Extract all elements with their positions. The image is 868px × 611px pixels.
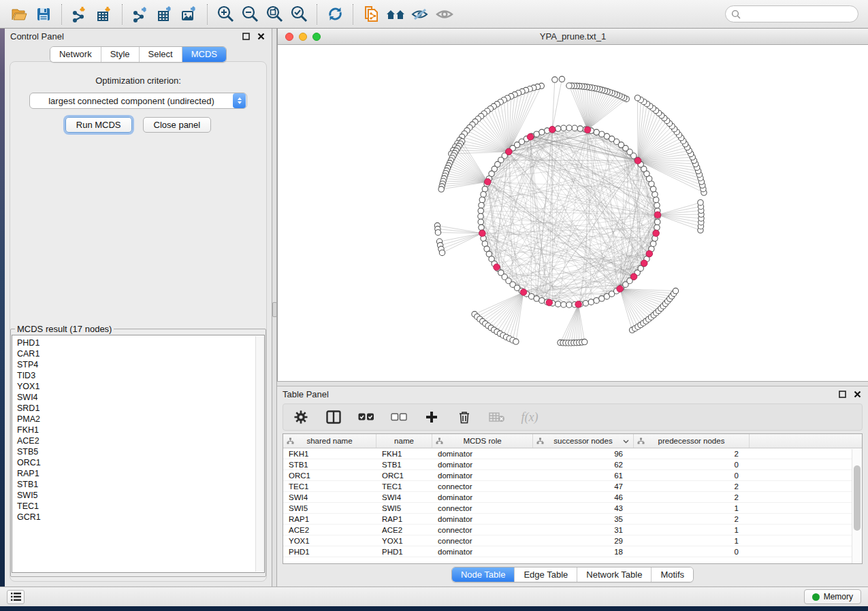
deselect-all-icon[interactable] <box>391 409 407 425</box>
zoom-out-icon[interactable] <box>240 4 260 24</box>
search-input[interactable] <box>744 7 858 21</box>
close-table-panel-icon[interactable] <box>852 389 863 400</box>
table-settings-gear-icon[interactable] <box>293 409 309 425</box>
table-scrollbar-thumb[interactable] <box>854 465 861 531</box>
minimize-window-icon[interactable] <box>299 33 307 41</box>
import-network-icon[interactable] <box>69 4 90 24</box>
save-session-icon[interactable] <box>33 4 54 24</box>
network-canvas[interactable] <box>278 45 868 381</box>
open-file-icon[interactable] <box>9 4 29 24</box>
mcds-result-item[interactable]: TEC1 <box>17 501 264 512</box>
close-panel-icon[interactable] <box>255 31 266 42</box>
zoom-selected-icon[interactable] <box>289 4 309 24</box>
zoom-in-icon[interactable] <box>215 4 236 24</box>
table-cell: 2 <box>634 450 750 458</box>
table-row[interactable]: RAP1RAP1dominator352 <box>283 514 862 525</box>
splitter-grip[interactable] <box>272 302 277 317</box>
mcds-result-item[interactable]: RAP1 <box>17 468 264 479</box>
first-neighbors-icon[interactable] <box>385 4 406 24</box>
function-builder-icon[interactable]: f(x) <box>521 409 538 425</box>
table-cell: ORC1 <box>283 472 376 480</box>
table-cell: 96 <box>533 450 634 458</box>
column-header-shared-name[interactable]: shared name <box>283 434 376 448</box>
network-window: YPA_prune.txt_1 <box>277 29 868 381</box>
column-header-successor-nodes[interactable]: successor nodes <box>533 434 634 448</box>
tab-network[interactable]: Network <box>50 47 101 62</box>
import-table-icon[interactable] <box>94 4 114 24</box>
table-row[interactable]: ACE2ACE2connector311 <box>283 525 862 535</box>
close-panel-button[interactable]: Close panel <box>143 117 212 133</box>
table-row[interactable]: SWI5SWI5connector431 <box>283 503 862 514</box>
show-columns-icon[interactable] <box>325 409 342 425</box>
mcds-result-list[interactable]: PHD1CAR1STP4TID3YOX1SWI4SRD1PMA2FKH1ACE2… <box>12 335 265 573</box>
column-header-predecessor-nodes[interactable]: predecessor nodes <box>634 434 750 448</box>
horizontal-splitter[interactable] <box>277 381 868 386</box>
refresh-icon[interactable] <box>325 4 345 24</box>
task-list-icon <box>11 593 21 601</box>
mcds-list-scrollbar[interactable] <box>255 336 264 572</box>
delete-column-icon[interactable] <box>456 409 472 425</box>
network-window-titlebar[interactable]: YPA_prune.txt_1 <box>278 29 868 45</box>
table-cell: STB1 <box>283 461 376 469</box>
duplicate-network-icon[interactable] <box>361 4 381 24</box>
mcds-result-item[interactable]: STP4 <box>17 359 264 370</box>
hide-selected-icon[interactable] <box>410 4 430 24</box>
mcds-result-item[interactable]: CAR1 <box>17 348 264 359</box>
criterion-select[interactable]: largest connected component (undirected) <box>29 93 247 109</box>
column-header-name[interactable]: name <box>376 434 432 448</box>
create-column-icon[interactable] <box>423 409 440 425</box>
table-cell: TEC1 <box>376 482 432 491</box>
mcds-result-item[interactable]: ACE2 <box>17 435 264 446</box>
mcds-result-item[interactable]: GCR1 <box>17 512 264 523</box>
select-all-icon[interactable] <box>358 409 374 425</box>
mcds-result-item[interactable]: PHD1 <box>17 337 264 348</box>
zoom-fit-icon[interactable] <box>264 4 285 24</box>
mcds-result-item[interactable]: TID3 <box>17 370 264 381</box>
table-row[interactable]: STB1STB1dominator620 <box>283 459 862 470</box>
table-row[interactable]: FKH1FKH1dominator962 <box>283 448 862 459</box>
mcds-result-item[interactable]: STB1 <box>17 479 264 490</box>
close-window-icon[interactable] <box>285 33 293 41</box>
tab-node-table[interactable]: Node Table <box>452 567 515 582</box>
mcds-result-item[interactable]: SWI5 <box>17 490 264 501</box>
task-history-button[interactable] <box>7 590 25 604</box>
table-cell: 61 <box>533 472 634 480</box>
export-table-icon[interactable] <box>155 4 175 24</box>
export-image-icon[interactable] <box>179 4 199 24</box>
tab-edge-table[interactable]: Edge Table <box>514 567 577 582</box>
search-box[interactable] <box>725 5 858 22</box>
network-graph[interactable] <box>278 45 867 381</box>
table-scrollbar[interactable] <box>852 449 862 563</box>
vertical-splitter[interactable] <box>272 29 277 587</box>
table-cell: ORC1 <box>376 472 432 480</box>
column-header-mcds-role[interactable]: MCDS role <box>432 434 533 448</box>
control-panel-tabs: Network Style Select MCDS <box>50 46 227 63</box>
table-row[interactable]: TEC1TEC1connector472 <box>283 481 862 492</box>
mcds-result-item[interactable]: SWI4 <box>17 392 264 403</box>
tab-select[interactable]: Select <box>139 47 182 62</box>
show-all-icon[interactable] <box>434 4 455 24</box>
mcds-result-item[interactable]: STB5 <box>17 446 264 457</box>
table-row[interactable]: ORC1ORC1dominator610 <box>283 470 862 481</box>
tab-style[interactable]: Style <box>101 47 139 62</box>
export-network-icon[interactable] <box>130 4 150 24</box>
run-mcds-button[interactable]: Run MCDS <box>65 117 132 133</box>
memory-button[interactable]: Memory <box>804 589 861 604</box>
float-panel-icon[interactable] <box>240 31 251 42</box>
table-row[interactable]: YOX1YOX1connector291 <box>283 535 862 546</box>
mcds-result-item[interactable]: FKH1 <box>17 425 264 435</box>
mcds-result-item[interactable]: SRD1 <box>17 403 264 414</box>
mcds-result-item[interactable]: YOX1 <box>17 381 264 392</box>
table-row[interactable]: SWI4SWI4dominator462 <box>283 492 862 503</box>
table-cell: dominator <box>432 461 533 469</box>
float-table-panel-icon[interactable] <box>837 389 848 400</box>
delete-table-icon[interactable] <box>489 409 505 425</box>
select-stepper-icon <box>233 93 246 108</box>
table-row[interactable]: PHD1PHD1dominator180 <box>283 546 862 557</box>
mcds-result-item[interactable]: ORC1 <box>17 457 264 468</box>
tab-network-table[interactable]: Network Table <box>577 567 651 582</box>
tab-mcds[interactable]: MCDS <box>182 47 226 62</box>
tab-motifs[interactable]: Motifs <box>651 567 693 582</box>
maximize-window-icon[interactable] <box>312 33 321 41</box>
mcds-result-item[interactable]: PMA2 <box>17 414 264 425</box>
